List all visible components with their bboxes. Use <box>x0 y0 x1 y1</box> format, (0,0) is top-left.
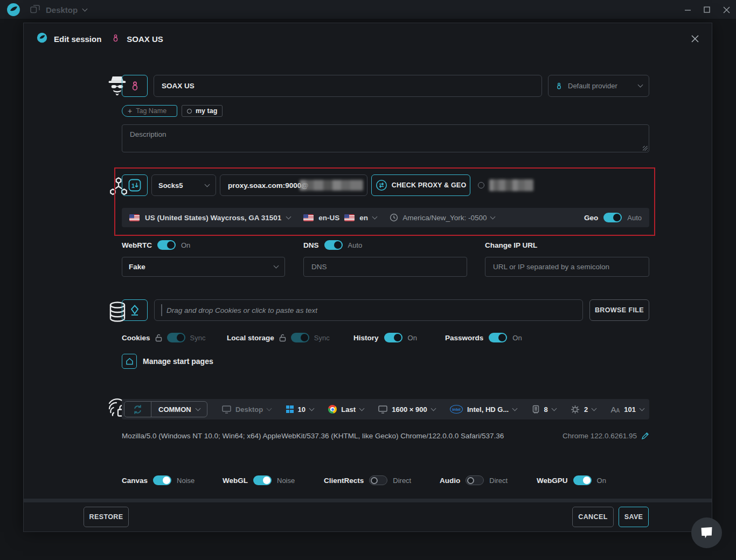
chevron-down-icon <box>274 263 279 269</box>
cursor-bar-icon <box>161 304 162 316</box>
proxy-section: 1 Socks5 CHECK PROXY & GEO US (U <box>122 174 649 227</box>
cpu-icon <box>571 405 580 414</box>
tag-name-input[interactable]: + <box>122 105 177 117</box>
webgpu-label: WebGPU <box>537 477 568 485</box>
passwords-label: Passwords <box>445 334 483 342</box>
minimize-button[interactable] <box>678 0 697 19</box>
svg-text:1: 1 <box>131 183 135 189</box>
clientrects-toggle-group: ClientRects Direct <box>324 475 411 485</box>
manage-start-pages[interactable]: Manage start pages <box>122 354 213 369</box>
os-version-value: 10 <box>298 405 305 414</box>
scroll-strip[interactable] <box>24 499 712 502</box>
description-textarea[interactable] <box>122 124 649 152</box>
webrtc-toggle[interactable] <box>157 240 176 250</box>
canvas-toggle[interactable] <box>153 475 171 485</box>
passwords-toggle-group: Passwords On <box>445 333 522 342</box>
chevron-down-icon <box>490 214 496 219</box>
chrome-logo-icon <box>328 405 337 414</box>
lock-open-icon <box>279 334 286 342</box>
memory-dropdown[interactable]: 8 <box>532 405 556 414</box>
passwords-toggle[interactable] <box>489 333 507 342</box>
screen-dropdown[interactable]: 1600 × 900 <box>378 405 435 414</box>
fonts-icon: AA <box>611 405 620 414</box>
platform-dropdown[interactable]: Desktop <box>222 405 271 414</box>
timezone-dropdown[interactable]: America/New_York: -0500 <box>390 213 495 222</box>
us-flag-icon <box>344 214 355 221</box>
webgl-toggle[interactable] <box>253 475 272 485</box>
history-toggle[interactable] <box>384 333 402 342</box>
monitor-icon <box>378 405 387 414</box>
identity-section: Default provider + my tag <box>122 75 649 152</box>
clock-icon <box>390 213 398 222</box>
webgl-state: Noise <box>277 477 295 485</box>
cores-dropdown[interactable]: 2 <box>571 405 596 414</box>
proxy-protocol-value: Socks5 <box>158 181 200 190</box>
webrtc-mode-dropdown[interactable]: Fake <box>122 257 285 277</box>
browser-version-dropdown[interactable]: Last <box>328 405 364 414</box>
profile-gender-button[interactable] <box>122 75 148 97</box>
redacted-credentials <box>300 180 363 191</box>
audio-toggle-group: Audio Direct <box>440 475 508 485</box>
support-chat-button[interactable] <box>691 517 722 548</box>
restore-button[interactable]: RESTORE <box>84 507 129 527</box>
dns-input[interactable] <box>303 257 467 277</box>
chevron-down-icon <box>512 405 518 411</box>
provider-dropdown[interactable]: Default provider <box>548 75 649 97</box>
geo-location-dropdown[interactable]: US (United States) Waycross, GA 31501 <box>129 214 290 222</box>
webgpu-toggle[interactable] <box>573 475 592 485</box>
dialog-footer: RESTORE CANCEL SAVE <box>24 502 712 532</box>
tag-name-field[interactable] <box>136 107 168 115</box>
fonts-dropdown[interactable]: AA 101 <box>611 405 644 414</box>
chevron-down-icon <box>638 82 643 88</box>
webrtc-state: On <box>181 241 190 249</box>
geo-toggle[interactable] <box>603 213 622 222</box>
edit-pencil-icon[interactable] <box>641 432 649 440</box>
storage-section: BROWSE FILE Cookies Sync Local storage S… <box>122 299 649 321</box>
close-window-button[interactable] <box>717 0 736 19</box>
geo-mode: Auto <box>627 214 642 222</box>
fingerprint-section: COMMON Desktop 10 Last 1600 × <box>122 399 649 440</box>
geo-label: Geo <box>584 214 598 222</box>
memory-chip-icon <box>532 405 540 414</box>
dns-toggle[interactable] <box>324 240 343 250</box>
dialog-header: Edit session SOAX US <box>24 23 712 54</box>
status-dot-icon <box>478 182 484 188</box>
tag-chip[interactable]: my tag <box>182 105 223 117</box>
browse-file-button[interactable]: BROWSE FILE <box>589 299 649 321</box>
clean-cookies-button[interactable] <box>122 299 148 321</box>
chevron-down-icon <box>359 405 365 411</box>
gpu-dropdown[interactable]: intel Intel, HD G... <box>450 405 517 414</box>
os-version-dropdown[interactable]: 10 <box>286 405 314 414</box>
cancel-button[interactable]: CANCEL <box>572 507 614 527</box>
check-proxy-label: CHECK PROXY & GEO <box>392 181 467 189</box>
audio-toggle[interactable] <box>466 475 484 485</box>
refresh-fingerprint-button[interactable] <box>124 402 151 417</box>
locale-dropdown[interactable]: en-US en <box>303 214 377 222</box>
save-button[interactable]: SAVE <box>619 507 649 527</box>
platform-value: Desktop <box>235 405 263 414</box>
proxy-type-button[interactable]: 1 <box>122 174 148 196</box>
tag-label: my tag <box>196 107 217 115</box>
workspace-switcher[interactable]: Desktop <box>30 4 87 15</box>
home-icon[interactable] <box>122 354 137 369</box>
cookies-drop-input[interactable] <box>154 299 583 321</box>
app-logo-icon <box>37 32 47 45</box>
us-flag-icon <box>129 214 140 221</box>
local-storage-sync-toggle[interactable] <box>291 333 309 342</box>
cookies-sync-toggle[interactable] <box>167 333 185 342</box>
change-ip-input[interactable] <box>485 257 649 277</box>
preset-dropdown[interactable]: COMMON <box>151 402 207 417</box>
maximize-button[interactable] <box>697 0 717 19</box>
provider-label: Default provider <box>568 82 634 90</box>
user-agent-text: Mozilla/5.0 (Windows NT 10.0; Win64; x64… <box>122 432 504 440</box>
canvas-label: Canvas <box>122 477 148 485</box>
session-name-input[interactable] <box>154 75 542 97</box>
canvas-toggle-group: Canvas Noise <box>122 475 195 485</box>
language-value: en <box>359 214 368 222</box>
chevron-down-icon <box>431 405 436 411</box>
restore-label: RESTORE <box>89 513 123 521</box>
check-proxy-button[interactable]: CHECK PROXY & GEO <box>371 174 470 196</box>
close-dialog-icon[interactable] <box>687 31 703 47</box>
clientrects-toggle[interactable] <box>369 475 387 485</box>
proxy-protocol-dropdown[interactable]: Socks5 <box>151 174 216 196</box>
